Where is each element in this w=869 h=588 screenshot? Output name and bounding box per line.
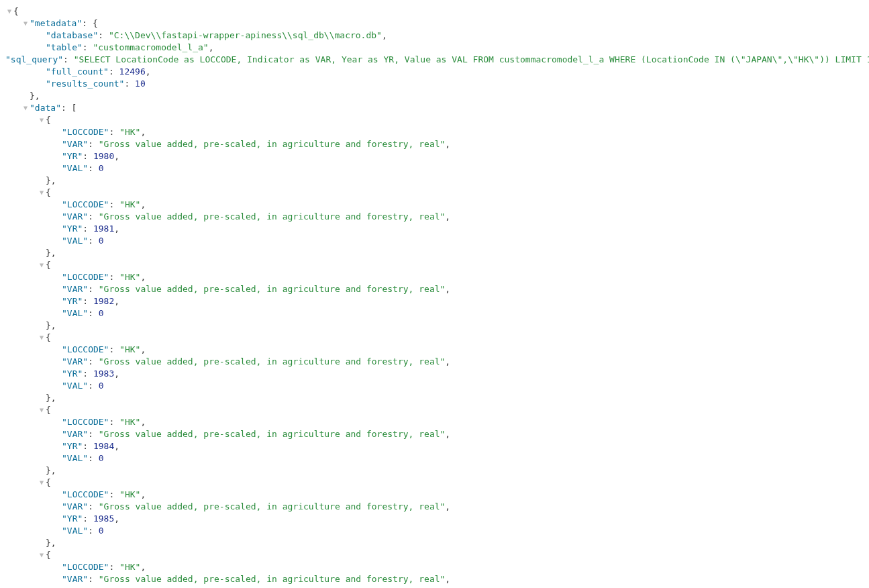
key-results-count: "results_count" — [46, 79, 124, 89]
value-full-count: 12496 — [119, 66, 146, 77]
key-val: "VAL" — [62, 381, 88, 391]
value-yr: 1985 — [93, 513, 114, 524]
value-var: "Gross value added, pre-scaled, in agric… — [99, 284, 446, 294]
value-results-count: 10 — [135, 79, 146, 89]
value-database: "C:\\Dev\\fastapi-wrapper-apiness\\sql_d… — [109, 30, 382, 40]
value-yr: 1980 — [93, 151, 114, 161]
json-line: "LOCCODE": "HK", — [62, 561, 146, 573]
json-line: "LOCCODE": "HK", — [62, 199, 146, 211]
json-line: "LOCCODE": "HK", — [62, 344, 146, 356]
json-line: { — [46, 332, 51, 344]
key-table: "table" — [46, 42, 83, 52]
caret-down-icon[interactable] — [38, 549, 46, 561]
caret-down-icon[interactable] — [38, 114, 46, 126]
json-line: "YR": 1984, — [62, 440, 119, 452]
value-var: "Gross value added, pre-scaled, in agric… — [99, 429, 446, 439]
json-line: "LOCCODE": "HK", — [62, 126, 146, 138]
json-line: { — [46, 187, 51, 199]
json-line: }, — [46, 464, 56, 477]
key-val: "VAL" — [62, 453, 88, 463]
json-line: "database": "C:\\Dev\\fastapi-wrapper-ap… — [46, 30, 387, 42]
caret-down-icon[interactable] — [21, 17, 30, 30]
json-tree: {"metadata": {"database": "C:\\Dev\\fast… — [5, 5, 864, 585]
json-line: "YR": 1981, — [62, 223, 119, 235]
key-yr: "YR" — [62, 151, 83, 161]
json-line: { — [46, 477, 51, 489]
key-loccode: "LOCCODE" — [62, 127, 109, 137]
key-var: "VAR" — [62, 211, 88, 222]
key-loccode: "LOCCODE" — [62, 272, 109, 282]
json-line: { — [13, 5, 19, 17]
json-line: "LOCCODE": "HK", — [62, 271, 146, 283]
json-line: "VAL": 0 — [62, 162, 104, 175]
json-line: }, — [46, 537, 56, 549]
value-var: "Gross value added, pre-scaled, in agric… — [99, 501, 446, 511]
json-line: "VAR": "Gross value added, pre-scaled, i… — [62, 428, 450, 440]
value-var: "Gross value added, pre-scaled, in agric… — [99, 574, 446, 584]
key-data: "data" — [30, 103, 61, 113]
key-full-count: "full_count" — [46, 66, 109, 77]
value-var: "Gross value added, pre-scaled, in agric… — [99, 356, 446, 366]
caret-down-icon[interactable] — [38, 332, 46, 344]
key-val: "VAL" — [62, 163, 88, 173]
json-line: "VAL": 0 — [62, 380, 104, 392]
value-yr: 1981 — [93, 224, 114, 234]
json-line: "metadata": { — [30, 17, 98, 30]
key-yr: "YR" — [62, 513, 83, 524]
value-val: 0 — [99, 526, 104, 536]
key-metadata: "metadata" — [30, 18, 82, 28]
key-loccode: "LOCCODE" — [62, 562, 109, 572]
key-var: "VAR" — [62, 429, 88, 439]
value-val: 0 — [99, 308, 104, 318]
json-line: { — [46, 114, 51, 126]
json-line: }, — [46, 320, 56, 332]
key-database: "database" — [46, 30, 98, 40]
json-line: { — [46, 404, 51, 416]
key-var: "VAR" — [62, 501, 88, 511]
caret-down-icon[interactable] — [5, 5, 13, 17]
json-line: "results_count": 10 — [46, 78, 146, 90]
key-val: "VAL" — [62, 308, 88, 318]
value-loccode: "HK" — [119, 344, 140, 354]
key-yr: "YR" — [62, 369, 83, 379]
value-yr: 1982 — [93, 296, 114, 306]
key-loccode: "LOCCODE" — [62, 199, 109, 209]
json-line: }, — [46, 392, 56, 404]
caret-down-icon[interactable] — [38, 187, 46, 199]
value-val: 0 — [99, 163, 104, 173]
value-loccode: "HK" — [119, 127, 140, 137]
json-line: "VAL": 0 — [62, 235, 104, 247]
json-line: "VAR": "Gross value added, pre-scaled, i… — [62, 573, 450, 585]
json-line: "LOCCODE": "HK", — [62, 416, 146, 428]
key-loccode: "LOCCODE" — [62, 489, 109, 499]
json-line: }, — [46, 175, 56, 187]
json-line: "VAR": "Gross value added, pre-scaled, i… — [62, 356, 450, 368]
key-yr: "YR" — [62, 224, 83, 234]
value-var: "Gross value added, pre-scaled, in agric… — [99, 211, 446, 222]
value-val: 0 — [99, 236, 104, 246]
key-val: "VAL" — [62, 236, 88, 246]
value-loccode: "HK" — [119, 562, 140, 572]
json-line: "VAR": "Gross value added, pre-scaled, i… — [62, 283, 450, 295]
caret-down-icon[interactable] — [21, 102, 30, 114]
value-yr: 1983 — [93, 369, 114, 379]
json-line: "VAL": 0 — [62, 452, 104, 464]
key-yr: "YR" — [62, 296, 83, 306]
key-var: "VAR" — [62, 574, 88, 584]
json-line: "data": [ — [30, 102, 76, 114]
value-loccode: "HK" — [119, 489, 140, 499]
json-line: "VAR": "Gross value added, pre-scaled, i… — [62, 211, 450, 223]
caret-down-icon[interactable] — [38, 477, 46, 489]
key-loccode: "LOCCODE" — [62, 417, 109, 427]
value-table: "custommacromodel_l_a" — [93, 42, 208, 52]
key-var: "VAR" — [62, 139, 88, 149]
caret-down-icon[interactable] — [38, 259, 46, 271]
caret-down-icon[interactable] — [38, 404, 46, 416]
json-line: "VAR": "Gross value added, pre-scaled, i… — [62, 138, 450, 150]
value-val: 0 — [99, 381, 104, 391]
value-val: 0 — [99, 453, 104, 463]
json-line: "full_count": 12496, — [46, 66, 151, 78]
value-loccode: "HK" — [119, 417, 140, 427]
key-sql-query: "sql_query" — [5, 54, 63, 64]
json-line: }, — [46, 247, 56, 259]
